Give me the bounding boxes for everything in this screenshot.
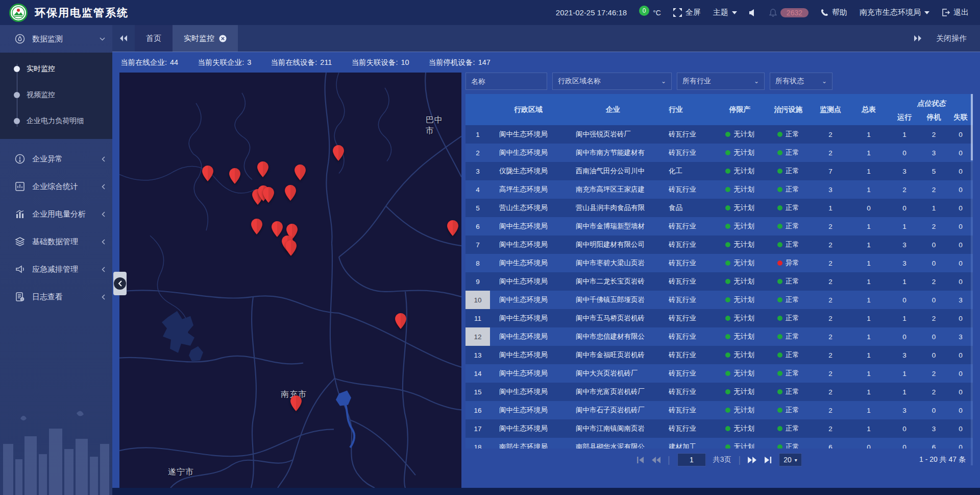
region-select[interactable]: 行政区域名称 ⌄ (552, 73, 672, 90)
fullscreen-button[interactable]: 全屏 (673, 8, 701, 17)
map-pin[interactable] (295, 164, 306, 182)
table-row[interactable]: 16阆中生态环境局阆中市石子页岩机砖厂砖瓦行业无计划正常21300 (465, 401, 973, 419)
map-pin[interactable] (251, 219, 262, 237)
org-dropdown[interactable]: 南充市生态环境局 (860, 8, 929, 17)
close-operations-button[interactable]: 关闭操作 (936, 34, 967, 43)
cell-stop-production: 无计划 (716, 350, 764, 360)
cell-total-meters: 1 (848, 149, 889, 157)
cell-region: 营山生态环境局 (490, 203, 567, 213)
cell-running: 0 (889, 296, 920, 304)
last-page-icon[interactable] (764, 457, 772, 463)
chevron-left-icon (114, 277, 126, 290)
cell-total-meters: 1 (848, 388, 889, 396)
datetime-display: 2021-02-25 17:46:18 (556, 8, 627, 17)
stat-item: 当前失联企业:3 (198, 58, 251, 67)
table-row[interactable]: 13阆中生态环境局阆中市金福旺页岩机砖砖瓦行业无计划正常21300 (465, 346, 973, 364)
map-collapse-button[interactable] (113, 272, 127, 295)
sidebar-item-log-view[interactable]: 日志查看 (0, 283, 112, 311)
table-row[interactable]: 12阆中生态环境局阆中市忠信建材有限公砖瓦行业无计划正常21003 (465, 327, 973, 346)
table-row[interactable]: 11阆中生态环境局阆中市五马桥页岩机砖砖瓦行业无计划正常21120 (465, 309, 973, 327)
cell-pollution-facility: 正常 (764, 130, 813, 139)
table-row[interactable]: 8阆中生态环境局阆中市枣碧大梁山页岩砖瓦行业无计划异常21300 (465, 254, 973, 272)
cell-pollution-facility: 正常 (764, 167, 813, 176)
sidebar-subitem-video-monitoring[interactable]: 视频监控 (0, 82, 112, 108)
notification-area[interactable]: 2632 (769, 8, 808, 17)
scrollbar[interactable] (971, 94, 973, 465)
cell-stopped: 2 (920, 370, 948, 378)
table-row[interactable]: 7阆中生态环境局阆中明阳建材有限公司砖瓦行业无计划正常21300 (465, 235, 973, 254)
map-pin[interactable] (202, 166, 213, 183)
table-row[interactable]: 6阆中生态环境局阆中市金博瑞新型墙材砖瓦行业无计划正常21120 (465, 217, 973, 235)
tabs-scroll-right-icon[interactable] (914, 35, 922, 41)
status-dot-icon (777, 242, 782, 247)
sidebar-item-data-monitoring[interactable]: 数据监测 (0, 25, 112, 53)
table-row[interactable]: 4高坪生态环境局南充市高坪区王家店建砖瓦行业无计划正常31220 (465, 180, 973, 199)
logout-button[interactable]: 退出 (942, 8, 969, 17)
cell-index: 8 (465, 254, 490, 272)
prev-page-icon[interactable] (652, 457, 660, 463)
table-row[interactable]: 3仪陇生态环境局西南油气田分公司川中化工无计划正常71350 (465, 162, 973, 180)
sidebar-subitem-realtime-monitoring[interactable]: 实时监控 (0, 56, 112, 82)
cell-total-meters: 0 (848, 443, 889, 449)
cell-stopped: 2 (920, 388, 948, 396)
page-number-input[interactable] (677, 453, 706, 466)
map-panel[interactable]: 巴中市南充市遂宁市 (119, 73, 461, 488)
status-select[interactable]: 所有状态 ⌄ (770, 73, 832, 90)
sidebar-item-electricity-analysis[interactable]: 企业用电量分析 (0, 200, 112, 228)
industry-select[interactable]: 所有行业 ⌄ (677, 73, 765, 90)
cell-total-meters: 1 (848, 370, 889, 378)
cell-industry: 砖瓦行业 (659, 222, 716, 231)
page-size-select[interactable]: 20 ▾ (779, 453, 802, 466)
cell-running: 3 (889, 168, 920, 175)
map-pin[interactable] (272, 221, 283, 239)
cell-monitor-points: 2 (813, 278, 848, 286)
sidebar-item-enterprise-abnormal[interactable]: 企业异常 (0, 145, 112, 173)
cell-pollution-facility: 正常 (764, 442, 813, 449)
column-monitor-points: 监测点 (813, 94, 848, 125)
map-pin[interactable] (285, 240, 297, 258)
chevron-down-icon: ⌄ (661, 78, 666, 85)
map-pin[interactable] (290, 395, 302, 413)
map-pin[interactable] (447, 220, 458, 238)
cell-monitor-points: 2 (813, 149, 848, 157)
mute-button[interactable] (749, 9, 757, 16)
cell-running: 1 (889, 131, 920, 138)
close-icon[interactable] (219, 35, 227, 42)
map-roads (119, 73, 461, 488)
map-pin[interactable] (263, 187, 274, 205)
tabs-scroll-left-icon[interactable] (112, 25, 135, 52)
map-pin[interactable] (257, 161, 268, 179)
table-row[interactable]: 5营山生态环境局营山县润丰肉食品有限食品无计划正常10010 (465, 199, 973, 217)
table-row[interactable]: 18南部生态环境局南部县砌华水泥有限公建材加工无计划正常60060 (465, 438, 973, 449)
scrollbar-thumb[interactable] (971, 94, 973, 160)
name-search-input[interactable] (465, 73, 547, 90)
table-row[interactable]: 15阆中生态环境局阆中市光富页岩机砖厂砖瓦行业无计划正常21120 (465, 383, 973, 401)
alert-circle-icon (14, 153, 26, 164)
map-pin[interactable] (229, 168, 240, 186)
phone-icon (821, 9, 828, 16)
sidebar-item-basic-data[interactable]: 基础数据管理 (0, 228, 112, 255)
next-page-icon[interactable] (748, 457, 756, 463)
map-pin[interactable] (333, 145, 344, 163)
sidebar-item-enterprise-statistics[interactable]: 企业综合统计 (0, 173, 112, 200)
table-row[interactable]: 2阆中生态环境局阆中市南方节能建材有砖瓦行业无计划正常21030 (465, 144, 973, 162)
cell-stop-production: 无计划 (716, 203, 764, 213)
cell-region: 阆中生态环境局 (490, 277, 567, 286)
tab-home[interactable]: 首页 (135, 25, 173, 52)
chevron-left-icon (102, 239, 105, 245)
map-pin[interactable] (285, 185, 296, 203)
theme-dropdown[interactable]: 主题 (713, 8, 737, 17)
tab-realtime-monitoring[interactable]: 实时监控 (173, 25, 238, 52)
map-pin[interactable] (395, 313, 406, 331)
sidebar-subitem-power-load-detail[interactable]: 企业电力负荷明细 (0, 108, 112, 134)
table-row[interactable]: 17阆中生态环境局阆中市江南镇阆南页岩砖瓦行业无计划正常21030 (465, 419, 973, 438)
sidebar-item-emergency-reduction[interactable]: 应急减排管理 (0, 255, 112, 283)
table-row[interactable]: 9阆中生态环境局阆中市二龙长宝页岩砖砖瓦行业无计划正常21120 (465, 272, 973, 291)
help-button[interactable]: 帮助 (821, 8, 847, 17)
table-row[interactable]: 10阆中生态环境局阆中千佛镇五郎垭页岩砖瓦行业无计划正常21003 (465, 291, 973, 309)
table-row[interactable]: 14阆中生态环境局阆中大兴页岩机砖厂砖瓦行业无计划正常21120 (465, 364, 973, 383)
first-page-icon[interactable] (636, 457, 645, 463)
cell-company: 阆中市南方节能建材有 (567, 148, 659, 157)
cell-region: 高坪生态环境局 (490, 185, 567, 194)
table-row[interactable]: 1阆中生态环境局阆中强锐页岩砖厂砖瓦行业无计划正常21120 (465, 125, 973, 144)
